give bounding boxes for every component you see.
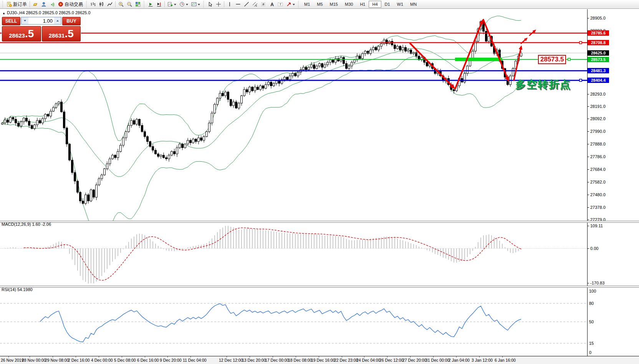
time-tick-mark bbox=[167, 356, 168, 357]
time-label: 27 Dec 20:00 bbox=[402, 358, 426, 362]
price-tick-mark bbox=[587, 182, 589, 182]
rsi-axis-label: 80 bbox=[589, 301, 594, 306]
auto-trading-button[interactable]: 自动交易 bbox=[56, 0, 84, 8]
buy-button[interactable]: BUY bbox=[62, 17, 81, 25]
svg-text:F: F bbox=[263, 3, 265, 6]
panel-separator[interactable] bbox=[0, 221, 639, 223]
time-axis[interactable]: 26 Nov 201928 Nov 00:0029 Nov 08:002 Dec… bbox=[0, 356, 639, 364]
chevron-down-icon bbox=[24, 20, 26, 23]
svg-text:E: E bbox=[256, 5, 257, 7]
timeframe-m5-button[interactable]: M5 bbox=[313, 1, 326, 8]
price-tick-mark bbox=[587, 157, 589, 157]
price-tick-label: 27378.0 bbox=[590, 205, 606, 210]
bar-chart-button[interactable] bbox=[89, 0, 97, 8]
time-tick-mark bbox=[273, 356, 273, 357]
trendline-button[interactable] bbox=[242, 0, 251, 8]
toolbar-grip[interactable] bbox=[203, 1, 205, 7]
toolbar-grip[interactable] bbox=[2, 1, 4, 7]
candlesticks-button[interactable] bbox=[97, 0, 106, 8]
time-axis-line bbox=[0, 356, 639, 356]
sell-price-frac: .5 bbox=[25, 28, 34, 39]
periods-button[interactable] bbox=[178, 0, 190, 8]
arrows-button[interactable] bbox=[285, 0, 296, 8]
equidistant-channel-button[interactable]: E bbox=[251, 0, 259, 8]
price-tick-mark bbox=[587, 106, 589, 107]
timeframe-h4-button[interactable]: H4 bbox=[369, 1, 381, 8]
rsi-panel-canvas[interactable] bbox=[0, 287, 587, 356]
time-label: 28 Nov 00:00 bbox=[22, 358, 46, 362]
new-order-button[interactable]: 新订单 bbox=[5, 0, 28, 8]
trendline-icon bbox=[244, 2, 249, 7]
candlesticks-icon bbox=[99, 2, 104, 7]
timeframe-d1-button[interactable]: D1 bbox=[381, 1, 394, 8]
time-tick-mark bbox=[30, 356, 30, 357]
time-tick-mark bbox=[250, 356, 250, 357]
time-label: 29 Nov 08:00 bbox=[45, 358, 69, 362]
volume-stepper bbox=[21, 17, 61, 25]
rsi-axis-label: 0 bbox=[589, 350, 591, 355]
time-label: 26 Dec 12:00 bbox=[379, 358, 403, 362]
time-tick-mark bbox=[296, 356, 296, 357]
zoom-out-button[interactable] bbox=[125, 0, 134, 8]
zoom-out-icon bbox=[127, 2, 132, 7]
timeframe-m1-button[interactable]: M1 bbox=[301, 1, 313, 8]
time-label: 22 Dec 23:00 bbox=[334, 358, 358, 362]
fibonacci-button[interactable]: F bbox=[259, 0, 268, 8]
toolbar-grip[interactable] bbox=[298, 1, 300, 7]
timeframe-w1-button[interactable]: W1 bbox=[394, 1, 407, 8]
time-tick-mark bbox=[319, 356, 319, 357]
crosshair-button[interactable] bbox=[214, 0, 223, 8]
arrows-icon bbox=[286, 2, 291, 7]
time-tick-mark bbox=[76, 356, 76, 357]
fibonacci-icon: F bbox=[261, 2, 266, 7]
rsi-axis-label: 100 bbox=[589, 289, 596, 293]
panel-separator[interactable] bbox=[0, 286, 639, 288]
line-chart-button[interactable] bbox=[106, 0, 114, 8]
price-tag-28708.8: 28708.8 bbox=[588, 40, 609, 45]
timeframe-m15-button[interactable]: M15 bbox=[326, 1, 341, 8]
buy-price-button[interactable]: 28631.5 bbox=[42, 26, 81, 41]
volume-decrease-button[interactable] bbox=[22, 17, 28, 24]
price-tag-28404.4: 28404.4 bbox=[588, 78, 609, 83]
shift-end-button[interactable] bbox=[155, 0, 163, 8]
cursor-button[interactable] bbox=[206, 0, 214, 8]
signals-button[interactable] bbox=[48, 0, 56, 8]
vertical-line-button[interactable] bbox=[225, 0, 234, 8]
price-tick-mark bbox=[587, 18, 589, 18]
new-chart-button[interactable] bbox=[166, 0, 178, 8]
templates-button[interactable] bbox=[190, 0, 202, 8]
time-label: 3 Jan 12:00 bbox=[472, 358, 493, 362]
sell-price-button[interactable]: 28623.5 bbox=[2, 26, 41, 41]
timeframe-h1-button[interactable]: H1 bbox=[356, 1, 369, 8]
macd-panel-canvas[interactable] bbox=[0, 222, 587, 286]
timeframe-mn-button[interactable]: MN bbox=[407, 1, 420, 8]
toolbar-grip[interactable] bbox=[86, 1, 88, 7]
horizontal-line-button[interactable] bbox=[234, 0, 242, 8]
symbol-info-bar: ▲DJ30-,H4 28625.0 28625.0 28625.0 28625.… bbox=[2, 10, 91, 15]
line-chart-icon bbox=[107, 2, 113, 7]
time-label: 5 Dec 08:00 bbox=[114, 358, 136, 362]
separator bbox=[164, 1, 165, 7]
timeframe-group: M1M5M15M30H1H4D1W1MN bbox=[301, 1, 420, 8]
timeframe-m30-button[interactable]: M30 bbox=[341, 1, 356, 8]
price-callout-label[interactable]: 28573.5 bbox=[538, 55, 566, 64]
collapse-triangle-icon[interactable]: ▲ bbox=[2, 12, 5, 15]
volume-input[interactable] bbox=[28, 17, 54, 24]
price-tick-mark bbox=[587, 169, 589, 170]
profile-button[interactable] bbox=[40, 0, 48, 8]
toolbar-grip[interactable] bbox=[143, 1, 145, 7]
chevron-up-icon bbox=[56, 19, 59, 22]
volume-increase-button[interactable] bbox=[54, 17, 61, 24]
zoom-in-icon bbox=[118, 2, 124, 7]
sell-button[interactable]: SELL bbox=[2, 17, 20, 25]
auto-scroll-button[interactable] bbox=[146, 0, 155, 8]
tile-windows-button[interactable] bbox=[134, 0, 142, 8]
time-label: 26 Nov 2019 bbox=[1, 358, 24, 362]
turning-point-annotation[interactable]: 多空转折点 bbox=[515, 78, 571, 91]
text-button[interactable]: A bbox=[268, 0, 276, 8]
crosshair-icon bbox=[216, 2, 221, 7]
zoom-in-button[interactable] bbox=[117, 0, 125, 8]
text-label-button[interactable]: T bbox=[276, 0, 285, 8]
main-chart-canvas[interactable] bbox=[0, 12, 587, 221]
gold-ingot-button[interactable] bbox=[31, 0, 40, 8]
